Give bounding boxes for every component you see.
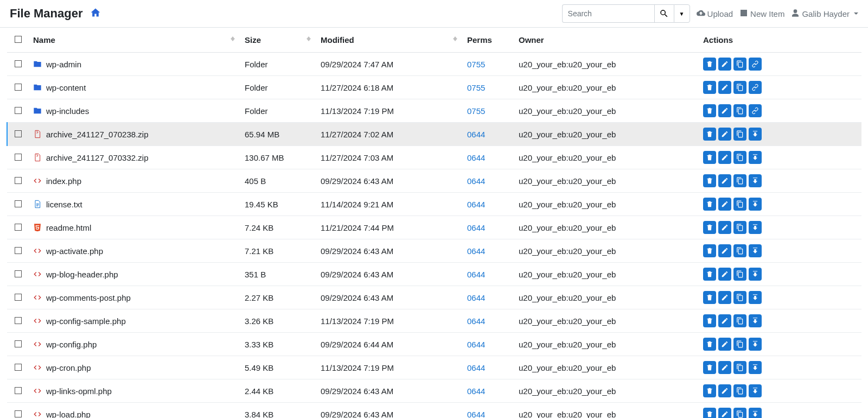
table-row[interactable]: wp-blog-header.php351 B09/29/2024 6:43 A… — [7, 263, 861, 286]
copy-button[interactable] — [733, 384, 746, 397]
file-name[interactable]: readme.html — [46, 223, 91, 232]
row-checkbox[interactable] — [15, 177, 22, 184]
file-name[interactable]: wp-config-sample.php — [46, 316, 126, 326]
download-button[interactable] — [749, 221, 762, 234]
download-button[interactable] — [749, 128, 762, 141]
file-name[interactable]: license.txt — [46, 200, 82, 209]
delete-button[interactable] — [703, 128, 716, 141]
new-item-button[interactable]: New Item — [739, 9, 784, 19]
table-row[interactable]: readme.html7.24 KB11/21/2024 7:44 PM0644… — [7, 216, 861, 239]
file-perms[interactable]: 0644 — [467, 153, 485, 162]
file-name[interactable]: wp-comments-post.php — [46, 293, 131, 302]
row-checkbox[interactable] — [15, 154, 22, 161]
row-checkbox[interactable] — [15, 340, 22, 347]
file-name[interactable]: wp-cron.php — [46, 363, 91, 372]
row-checkbox[interactable] — [15, 317, 22, 324]
link-button[interactable] — [749, 104, 762, 117]
copy-button[interactable] — [733, 338, 746, 351]
delete-button[interactable] — [703, 384, 716, 397]
row-checkbox[interactable] — [15, 294, 22, 301]
row-checkbox[interactable] — [15, 130, 22, 137]
row-checkbox[interactable] — [15, 247, 22, 254]
delete-button[interactable] — [703, 58, 716, 71]
edit-button[interactable] — [718, 291, 731, 304]
file-perms[interactable]: 0644 — [467, 270, 485, 279]
file-perms[interactable]: 0644 — [467, 363, 485, 372]
link-button[interactable] — [749, 81, 762, 94]
file-perms[interactable]: 0755 — [467, 60, 485, 69]
delete-button[interactable] — [703, 221, 716, 234]
link-button[interactable] — [749, 58, 762, 71]
row-checkbox[interactable] — [15, 224, 22, 231]
col-name[interactable]: Name — [29, 28, 240, 53]
search-dropdown[interactable]: ▼ — [674, 4, 690, 23]
copy-button[interactable] — [733, 104, 746, 117]
table-row[interactable]: archive_241127_070238.zip65.94 MB11/27/2… — [7, 123, 861, 146]
delete-button[interactable] — [703, 174, 716, 187]
table-row[interactable]: wp-load.php3.84 KB09/29/2024 6:43 AM0644… — [7, 403, 861, 419]
delete-button[interactable] — [703, 104, 716, 117]
file-perms[interactable]: 0644 — [467, 130, 485, 139]
select-all-checkbox[interactable] — [15, 36, 22, 43]
table-row[interactable]: wp-cron.php5.49 KB11/13/2024 7:19 PM0644… — [7, 356, 861, 379]
file-name[interactable]: wp-activate.php — [46, 246, 103, 256]
edit-button[interactable] — [718, 198, 731, 211]
delete-button[interactable] — [703, 151, 716, 164]
download-button[interactable] — [749, 151, 762, 164]
delete-button[interactable] — [703, 198, 716, 211]
table-row[interactable]: wp-activate.php7.21 KB09/29/2024 6:43 AM… — [7, 239, 861, 263]
download-button[interactable] — [749, 314, 762, 327]
download-button[interactable] — [749, 174, 762, 187]
delete-button[interactable] — [703, 361, 716, 374]
edit-button[interactable] — [718, 58, 731, 71]
edit-button[interactable] — [718, 244, 731, 257]
copy-button[interactable] — [733, 314, 746, 327]
col-modified[interactable]: Modified — [316, 28, 463, 53]
copy-button[interactable] — [733, 408, 746, 418]
download-button[interactable] — [749, 408, 762, 418]
file-perms[interactable]: 0644 — [467, 200, 485, 209]
delete-button[interactable] — [703, 81, 716, 94]
file-perms[interactable]: 0644 — [467, 340, 485, 349]
file-perms[interactable]: 0755 — [467, 106, 485, 116]
copy-button[interactable] — [733, 268, 746, 281]
table-row[interactable]: archive_241127_070332.zip130.67 MB11/27/… — [7, 146, 861, 169]
edit-button[interactable] — [718, 338, 731, 351]
table-row[interactable]: index.php405 B09/29/2024 6:43 AM0644u20_… — [7, 169, 861, 193]
row-checkbox[interactable] — [15, 60, 22, 67]
user-menu[interactable]: Galib Hayder — [791, 9, 858, 19]
row-checkbox[interactable] — [15, 387, 22, 394]
upload-button[interactable]: Upload — [697, 9, 733, 19]
search-input[interactable] — [562, 4, 654, 23]
file-perms[interactable]: 0644 — [467, 293, 485, 302]
row-checkbox[interactable] — [15, 107, 22, 114]
delete-button[interactable] — [703, 338, 716, 351]
file-perms[interactable]: 0644 — [467, 176, 485, 186]
table-row[interactable]: wp-adminFolder09/29/2024 7:47 AM0755u20_… — [7, 53, 861, 76]
file-perms[interactable]: 0644 — [467, 223, 485, 232]
file-name[interactable]: wp-load.php — [46, 410, 91, 419]
copy-button[interactable] — [733, 151, 746, 164]
delete-button[interactable] — [703, 408, 716, 418]
file-perms[interactable]: 0644 — [467, 387, 485, 396]
edit-button[interactable] — [718, 408, 731, 418]
file-name[interactable]: wp-blog-header.php — [46, 270, 118, 279]
edit-button[interactable] — [718, 128, 731, 141]
col-owner[interactable]: Owner — [514, 28, 699, 53]
edit-button[interactable] — [718, 384, 731, 397]
home-icon[interactable] — [90, 7, 101, 21]
delete-button[interactable] — [703, 244, 716, 257]
edit-button[interactable] — [718, 221, 731, 234]
edit-button[interactable] — [718, 104, 731, 117]
download-button[interactable] — [749, 361, 762, 374]
copy-button[interactable] — [733, 198, 746, 211]
copy-button[interactable] — [733, 291, 746, 304]
row-checkbox[interactable] — [15, 84, 22, 91]
edit-button[interactable] — [718, 174, 731, 187]
download-button[interactable] — [749, 198, 762, 211]
row-checkbox[interactable] — [15, 270, 22, 277]
file-name[interactable]: index.php — [46, 176, 81, 186]
table-row[interactable]: wp-contentFolder11/27/2024 6:18 AM0755u2… — [7, 76, 861, 99]
delete-button[interactable] — [703, 314, 716, 327]
edit-button[interactable] — [718, 81, 731, 94]
